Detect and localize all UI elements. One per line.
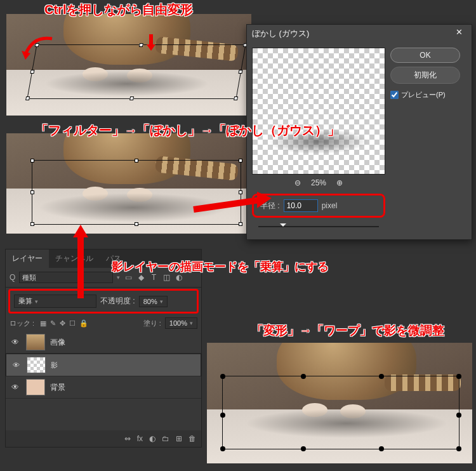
fill-select[interactable]: 100%▾: [165, 317, 197, 329]
opacity-label: 不透明度 :: [100, 296, 135, 307]
radius-row: 半径 : pixel: [252, 194, 385, 218]
annotation-ctrl-transform: Ctrlを押しながら自由変形: [44, 1, 193, 18]
zoom-percent: 25%: [311, 178, 326, 187]
dialog-title: ぼかし (ガウス): [252, 28, 309, 39]
visibility-icon[interactable]: 👁: [10, 383, 21, 392]
reset-button[interactable]: 初期化: [390, 67, 460, 84]
image-transform-preview: [6, 14, 251, 116]
lock-icons[interactable]: ▦✎✥☐🔒: [38, 319, 90, 328]
zoom-out-icon[interactable]: ⊖: [292, 178, 303, 187]
link-icon[interactable]: ⇔: [124, 434, 131, 443]
image-warp-preview: [207, 343, 472, 463]
annotation-warp: 「変形」→「ワープ」で影を微調整: [251, 322, 444, 339]
layers-panel: レイヤー チャンネル パス Q ▾ ▭◆T◫◐ 乗算▾ 不透明度 : 80%▾ …: [5, 249, 202, 448]
annotation-blend-mode: 影レイヤーの描画モードを「乗算」にする: [112, 259, 329, 274]
fill-label: 塗り :: [143, 319, 161, 328]
lock-label: ロック :: [10, 319, 34, 328]
trash-icon[interactable]: 🗑: [188, 434, 196, 443]
blend-mode-select[interactable]: 乗算▾: [14, 295, 96, 308]
mask-icon[interactable]: ◐: [149, 434, 155, 443]
fx-icon[interactable]: fx: [137, 434, 143, 443]
layer-name: 画像: [50, 337, 65, 348]
blur-preview-canvas[interactable]: [252, 48, 385, 175]
transform-box[interactable]: [32, 160, 241, 225]
layer-row[interactable]: 👁 影: [6, 354, 201, 376]
layer-thumbnail: [27, 357, 46, 373]
preview-checkbox[interactable]: プレビュー(P): [390, 90, 460, 100]
zoom-in-icon[interactable]: ⊕: [334, 178, 345, 187]
radius-slider[interactable]: [258, 223, 379, 230]
filter-type-icons[interactable]: ▭◆T◫◐: [124, 273, 183, 282]
group-icon[interactable]: 🗀: [162, 434, 169, 443]
image-blur-preview: [6, 133, 251, 234]
layer-thumbnail: [26, 334, 45, 350]
radius-input[interactable]: [284, 199, 318, 212]
radius-unit: pixel: [322, 201, 338, 210]
layer-panel-footer: ⇔ fx ◐ 🗀 ⊞ 🗑: [6, 430, 201, 447]
opacity-select[interactable]: 80%▾: [139, 296, 168, 307]
layer-filter-input[interactable]: [19, 272, 113, 283]
warp-box[interactable]: [222, 376, 459, 449]
layer-name: 背景: [50, 382, 65, 393]
search-icon: Q: [10, 273, 15, 282]
layer-name: 影: [51, 361, 58, 370]
new-layer-icon[interactable]: ⊞: [176, 434, 182, 443]
blend-opacity-row: 乗算▾ 不透明度 : 80%▾: [8, 289, 199, 314]
layer-row[interactable]: 👁 背景: [6, 376, 201, 399]
ok-button[interactable]: OK: [390, 48, 460, 63]
visibility-icon[interactable]: 👁: [10, 361, 22, 369]
close-icon[interactable]: ✕: [451, 27, 466, 40]
free-transform-box[interactable]: [27, 44, 246, 99]
radius-label: 半径 :: [260, 201, 280, 211]
annotation-filter-path: 「フィルター」→「ぼかし」→「ぼかし（ガウス）」: [36, 122, 340, 139]
visibility-icon[interactable]: 👁: [10, 338, 21, 347]
tab-channels[interactable]: チャンネル: [49, 249, 100, 268]
layer-row[interactable]: 👁 画像: [6, 331, 201, 354]
tab-layers[interactable]: レイヤー: [6, 249, 49, 268]
layer-thumbnail: [26, 379, 45, 395]
